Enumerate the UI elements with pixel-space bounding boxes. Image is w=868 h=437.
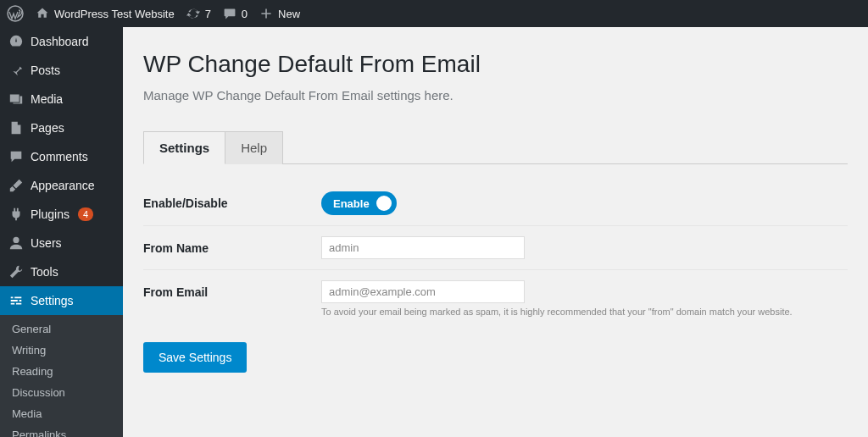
sidebar-item-label: Settings [31, 294, 74, 307]
comments-count: 0 [242, 8, 248, 20]
media-icon [8, 91, 24, 107]
row-from-name: From Name [143, 226, 848, 270]
main-content: WP Change Default From Email Manage WP C… [123, 27, 868, 437]
admin-sidebar: Dashboard Posts Media Pages Comments App… [0, 27, 123, 437]
submenu-item-media[interactable]: Media [0, 403, 123, 424]
updates-count: 7 [205, 8, 211, 20]
submenu-item-discussion[interactable]: Discussion [0, 382, 123, 403]
sidebar-item-label: Users [31, 236, 62, 250]
page-description: Manage WP Change Default From Email sett… [143, 88, 848, 102]
label-from-email: From Email [143, 280, 321, 299]
enable-toggle-label: Enable [333, 197, 370, 210]
new-content-link[interactable]: New [259, 7, 300, 20]
submenu-item-general[interactable]: General [0, 318, 123, 340]
sidebar-item-label: Posts [31, 64, 60, 77]
tab-settings[interactable]: Settings [143, 131, 225, 164]
sidebar-item-users[interactable]: Users [0, 229, 123, 257]
settings-submenu: General Writing Reading Discussion Media… [0, 315, 123, 437]
wrench-icon [8, 264, 24, 279]
toggle-knob [376, 196, 392, 211]
comment-icon [223, 7, 236, 20]
wp-logo-icon[interactable] [7, 5, 24, 22]
sidebar-item-dashboard[interactable]: Dashboard [0, 27, 123, 56]
site-name: WordPress Test Website [54, 8, 175, 20]
sidebar-item-label: Appearance [31, 179, 95, 192]
label-enable: Enable/Disable [143, 191, 321, 210]
dashboard-icon [8, 34, 24, 49]
sidebar-item-appearance[interactable]: Appearance [0, 171, 123, 200]
from-email-input[interactable] [321, 280, 525, 303]
comment-icon [8, 149, 24, 164]
tab-bar: Settings Help [143, 131, 848, 164]
plus-icon [259, 7, 273, 20]
submenu-item-writing[interactable]: Writing [0, 340, 123, 361]
label-from-name: From Name [143, 236, 321, 255]
adminbar: WordPress Test Website 7 0 New [0, 0, 868, 27]
sidebar-item-label: Comments [31, 150, 88, 163]
svg-point-1 [13, 237, 19, 243]
comments-link[interactable]: 0 [223, 7, 248, 20]
page-title: WP Change Default From Email [143, 51, 848, 78]
brush-icon [8, 178, 24, 193]
site-home-link[interactable]: WordPress Test Website [36, 7, 175, 20]
submenu-item-reading[interactable]: Reading [0, 361, 123, 382]
save-settings-button[interactable]: Save Settings [143, 342, 247, 373]
sidebar-item-label: Pages [31, 121, 64, 135]
plug-icon [8, 207, 24, 222]
pin-icon [8, 63, 24, 78]
sidebar-item-label: Media [31, 92, 63, 106]
sidebar-item-tools[interactable]: Tools [0, 257, 123, 286]
home-icon [36, 7, 49, 20]
sidebar-item-pages[interactable]: Pages [0, 113, 123, 142]
from-name-input[interactable] [321, 236, 525, 259]
tab-help[interactable]: Help [225, 131, 283, 164]
sidebar-item-settings[interactable]: Settings [0, 286, 123, 315]
submenu-item-permalinks[interactable]: Permalinks [0, 424, 123, 437]
sidebar-item-posts[interactable]: Posts [0, 56, 123, 85]
row-from-email: From Email To avoid your email being mar… [143, 270, 848, 327]
sidebar-item-label: Dashboard [31, 35, 89, 48]
enable-toggle[interactable]: Enable [321, 191, 397, 215]
new-label: New [278, 8, 300, 20]
row-enable: Enable/Disable Enable [143, 181, 848, 226]
updates-link[interactable]: 7 [186, 7, 211, 20]
plugins-update-badge: 4 [78, 207, 93, 221]
from-email-hint: To avoid your email being marked as spam… [321, 307, 848, 317]
page-icon [8, 120, 24, 136]
user-icon [8, 235, 24, 251]
sidebar-item-comments[interactable]: Comments [0, 142, 123, 171]
sidebar-item-label: Tools [31, 265, 58, 279]
sliders-icon [8, 293, 24, 308]
sidebar-item-label: Plugins [31, 207, 70, 221]
update-icon [186, 7, 200, 20]
sidebar-item-plugins[interactable]: Plugins 4 [0, 200, 123, 229]
sidebar-item-media[interactable]: Media [0, 85, 123, 113]
